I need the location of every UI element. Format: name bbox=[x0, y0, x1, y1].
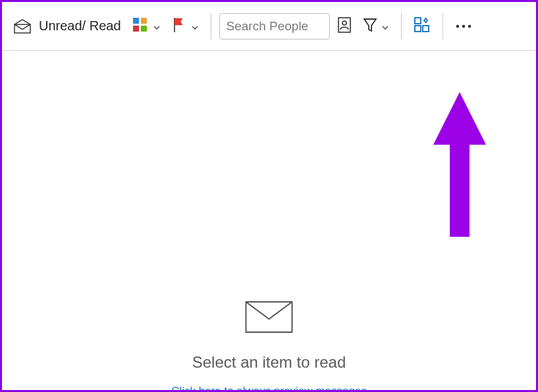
more-options-button[interactable] bbox=[451, 13, 476, 39]
separator bbox=[211, 13, 211, 39]
funnel-icon bbox=[363, 17, 377, 36]
separator bbox=[401, 13, 402, 39]
svg-point-13 bbox=[468, 24, 471, 28]
svg-rect-2 bbox=[141, 18, 147, 24]
envelope-open-icon bbox=[13, 18, 32, 34]
address-book-button[interactable] bbox=[333, 13, 356, 39]
empty-state-title: Select an item to read bbox=[2, 353, 536, 372]
svg-rect-9 bbox=[415, 26, 421, 32]
svg-point-12 bbox=[462, 24, 465, 28]
chevron-down-icon bbox=[191, 22, 199, 30]
svg-rect-3 bbox=[133, 26, 139, 32]
reading-pane: Select an item to read Click here to alw… bbox=[2, 51, 536, 390]
addins-icon bbox=[414, 16, 431, 36]
svg-point-7 bbox=[342, 21, 346, 25]
categories-icon bbox=[132, 16, 149, 36]
svg-rect-4 bbox=[141, 26, 147, 32]
ellipsis-icon bbox=[455, 20, 472, 32]
categories-button[interactable] bbox=[128, 13, 165, 39]
unread-read-button[interactable]: Unread/ Read bbox=[9, 13, 125, 39]
chevron-down-icon bbox=[381, 22, 389, 30]
svg-rect-10 bbox=[423, 26, 429, 32]
svg-rect-1 bbox=[133, 18, 139, 24]
preview-messages-link[interactable]: Click here to always preview messages bbox=[2, 385, 536, 392]
envelope-icon bbox=[245, 301, 294, 336]
toolbar: Unread/ Read bbox=[2, 2, 536, 51]
search-placeholder-text: Search People bbox=[227, 19, 309, 34]
annotation-arrow-icon bbox=[430, 92, 489, 246]
svg-rect-8 bbox=[415, 18, 421, 24]
addins-button[interactable] bbox=[410, 13, 435, 39]
flag-icon bbox=[171, 16, 187, 36]
svg-marker-15 bbox=[433, 92, 486, 237]
separator bbox=[443, 13, 443, 39]
flag-button[interactable] bbox=[167, 13, 203, 39]
app-frame: Unread/ Read bbox=[0, 0, 538, 392]
filter-button[interactable] bbox=[359, 13, 393, 39]
svg-point-11 bbox=[456, 24, 459, 28]
unread-read-label: Unread/ Read bbox=[39, 18, 121, 34]
chevron-down-icon bbox=[153, 22, 161, 30]
empty-state: Select an item to read Click here to alw… bbox=[2, 301, 536, 392]
search-people-input[interactable]: Search People bbox=[219, 13, 330, 39]
contact-icon bbox=[336, 16, 352, 36]
